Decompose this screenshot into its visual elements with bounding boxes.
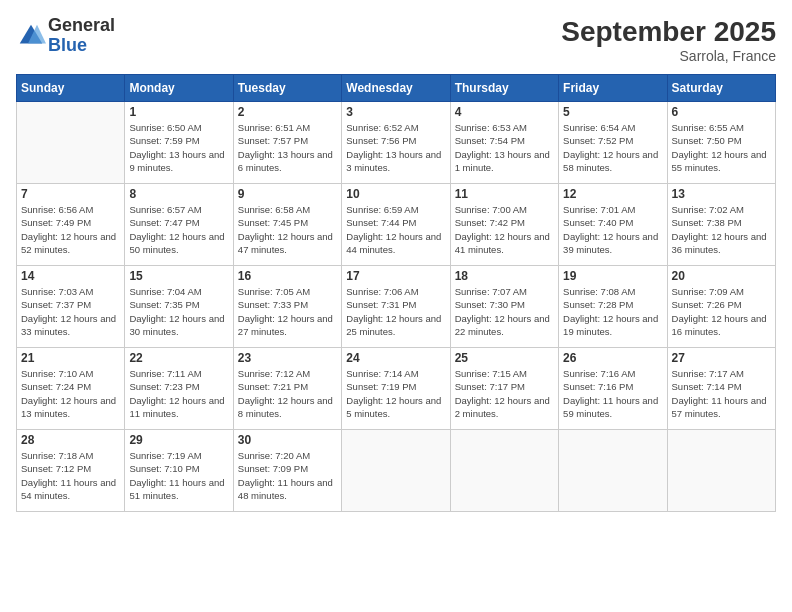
day-number: 4 [455,105,554,119]
header: General Blue September 2025 Sarrola, Fra… [16,16,776,64]
day-info: Sunrise: 6:52 AMSunset: 7:56 PMDaylight:… [346,121,445,174]
column-header-tuesday: Tuesday [233,75,341,102]
day-number: 2 [238,105,337,119]
day-info: Sunrise: 6:58 AMSunset: 7:45 PMDaylight:… [238,203,337,256]
calendar-cell: 24Sunrise: 7:14 AMSunset: 7:19 PMDayligh… [342,348,450,430]
day-number: 19 [563,269,662,283]
day-number: 23 [238,351,337,365]
day-info: Sunrise: 7:17 AMSunset: 7:14 PMDaylight:… [672,367,771,420]
day-info: Sunrise: 7:00 AMSunset: 7:42 PMDaylight:… [455,203,554,256]
column-header-thursday: Thursday [450,75,558,102]
calendar-cell: 9Sunrise: 6:58 AMSunset: 7:45 PMDaylight… [233,184,341,266]
day-number: 6 [672,105,771,119]
calendar-cell: 27Sunrise: 7:17 AMSunset: 7:14 PMDayligh… [667,348,775,430]
day-info: Sunrise: 7:11 AMSunset: 7:23 PMDaylight:… [129,367,228,420]
day-info: Sunrise: 7:01 AMSunset: 7:40 PMDaylight:… [563,203,662,256]
day-number: 1 [129,105,228,119]
day-info: Sunrise: 7:14 AMSunset: 7:19 PMDaylight:… [346,367,445,420]
day-number: 14 [21,269,120,283]
column-header-saturday: Saturday [667,75,775,102]
page: General Blue September 2025 Sarrola, Fra… [0,0,792,612]
day-info: Sunrise: 7:15 AMSunset: 7:17 PMDaylight:… [455,367,554,420]
calendar-cell: 29Sunrise: 7:19 AMSunset: 7:10 PMDayligh… [125,430,233,512]
calendar-cell: 22Sunrise: 7:11 AMSunset: 7:23 PMDayligh… [125,348,233,430]
day-info: Sunrise: 7:08 AMSunset: 7:28 PMDaylight:… [563,285,662,338]
calendar-cell: 20Sunrise: 7:09 AMSunset: 7:26 PMDayligh… [667,266,775,348]
day-number: 9 [238,187,337,201]
day-number: 5 [563,105,662,119]
calendar-cell [559,430,667,512]
logo-icon [16,21,46,51]
day-info: Sunrise: 7:05 AMSunset: 7:33 PMDaylight:… [238,285,337,338]
day-info: Sunrise: 7:20 AMSunset: 7:09 PMDaylight:… [238,449,337,502]
day-info: Sunrise: 6:56 AMSunset: 7:49 PMDaylight:… [21,203,120,256]
day-number: 22 [129,351,228,365]
calendar-cell [342,430,450,512]
day-info: Sunrise: 7:09 AMSunset: 7:26 PMDaylight:… [672,285,771,338]
day-info: Sunrise: 6:50 AMSunset: 7:59 PMDaylight:… [129,121,228,174]
calendar-cell: 2Sunrise: 6:51 AMSunset: 7:57 PMDaylight… [233,102,341,184]
logo-blue: Blue [48,36,115,56]
calendar-cell: 8Sunrise: 6:57 AMSunset: 7:47 PMDaylight… [125,184,233,266]
day-info: Sunrise: 7:06 AMSunset: 7:31 PMDaylight:… [346,285,445,338]
week-row-3: 21Sunrise: 7:10 AMSunset: 7:24 PMDayligh… [17,348,776,430]
logo-general: General [48,16,115,36]
day-info: Sunrise: 7:03 AMSunset: 7:37 PMDaylight:… [21,285,120,338]
week-row-0: 1Sunrise: 6:50 AMSunset: 7:59 PMDaylight… [17,102,776,184]
day-number: 17 [346,269,445,283]
day-number: 27 [672,351,771,365]
calendar-cell: 12Sunrise: 7:01 AMSunset: 7:40 PMDayligh… [559,184,667,266]
column-header-wednesday: Wednesday [342,75,450,102]
calendar-cell: 5Sunrise: 6:54 AMSunset: 7:52 PMDaylight… [559,102,667,184]
calendar-cell: 23Sunrise: 7:12 AMSunset: 7:21 PMDayligh… [233,348,341,430]
day-number: 24 [346,351,445,365]
day-info: Sunrise: 6:57 AMSunset: 7:47 PMDaylight:… [129,203,228,256]
calendar-cell: 25Sunrise: 7:15 AMSunset: 7:17 PMDayligh… [450,348,558,430]
calendar-cell [667,430,775,512]
calendar-cell: 26Sunrise: 7:16 AMSunset: 7:16 PMDayligh… [559,348,667,430]
day-number: 11 [455,187,554,201]
week-row-2: 14Sunrise: 7:03 AMSunset: 7:37 PMDayligh… [17,266,776,348]
calendar-cell: 21Sunrise: 7:10 AMSunset: 7:24 PMDayligh… [17,348,125,430]
day-info: Sunrise: 7:19 AMSunset: 7:10 PMDaylight:… [129,449,228,502]
title-section: September 2025 Sarrola, France [561,16,776,64]
day-info: Sunrise: 6:54 AMSunset: 7:52 PMDaylight:… [563,121,662,174]
day-info: Sunrise: 7:02 AMSunset: 7:38 PMDaylight:… [672,203,771,256]
logo-text: General Blue [48,16,115,56]
day-number: 16 [238,269,337,283]
header-row: SundayMondayTuesdayWednesdayThursdayFrid… [17,75,776,102]
day-number: 8 [129,187,228,201]
column-header-sunday: Sunday [17,75,125,102]
month-title: September 2025 [561,16,776,48]
column-header-friday: Friday [559,75,667,102]
calendar-cell: 19Sunrise: 7:08 AMSunset: 7:28 PMDayligh… [559,266,667,348]
location: Sarrola, France [561,48,776,64]
calendar-cell: 18Sunrise: 7:07 AMSunset: 7:30 PMDayligh… [450,266,558,348]
day-info: Sunrise: 7:07 AMSunset: 7:30 PMDaylight:… [455,285,554,338]
day-number: 21 [21,351,120,365]
day-info: Sunrise: 7:12 AMSunset: 7:21 PMDaylight:… [238,367,337,420]
calendar-cell: 16Sunrise: 7:05 AMSunset: 7:33 PMDayligh… [233,266,341,348]
calendar-cell: 15Sunrise: 7:04 AMSunset: 7:35 PMDayligh… [125,266,233,348]
day-number: 20 [672,269,771,283]
day-number: 28 [21,433,120,447]
day-info: Sunrise: 6:51 AMSunset: 7:57 PMDaylight:… [238,121,337,174]
week-row-1: 7Sunrise: 6:56 AMSunset: 7:49 PMDaylight… [17,184,776,266]
day-info: Sunrise: 7:16 AMSunset: 7:16 PMDaylight:… [563,367,662,420]
day-number: 10 [346,187,445,201]
day-number: 7 [21,187,120,201]
calendar-cell: 3Sunrise: 6:52 AMSunset: 7:56 PMDaylight… [342,102,450,184]
week-row-4: 28Sunrise: 7:18 AMSunset: 7:12 PMDayligh… [17,430,776,512]
calendar-cell: 7Sunrise: 6:56 AMSunset: 7:49 PMDaylight… [17,184,125,266]
column-header-monday: Monday [125,75,233,102]
calendar-cell: 17Sunrise: 7:06 AMSunset: 7:31 PMDayligh… [342,266,450,348]
calendar-cell: 6Sunrise: 6:55 AMSunset: 7:50 PMDaylight… [667,102,775,184]
day-info: Sunrise: 6:59 AMSunset: 7:44 PMDaylight:… [346,203,445,256]
calendar-cell: 14Sunrise: 7:03 AMSunset: 7:37 PMDayligh… [17,266,125,348]
day-number: 25 [455,351,554,365]
day-info: Sunrise: 6:55 AMSunset: 7:50 PMDaylight:… [672,121,771,174]
day-number: 15 [129,269,228,283]
calendar-cell: 1Sunrise: 6:50 AMSunset: 7:59 PMDaylight… [125,102,233,184]
day-info: Sunrise: 7:04 AMSunset: 7:35 PMDaylight:… [129,285,228,338]
logo: General Blue [16,16,115,56]
